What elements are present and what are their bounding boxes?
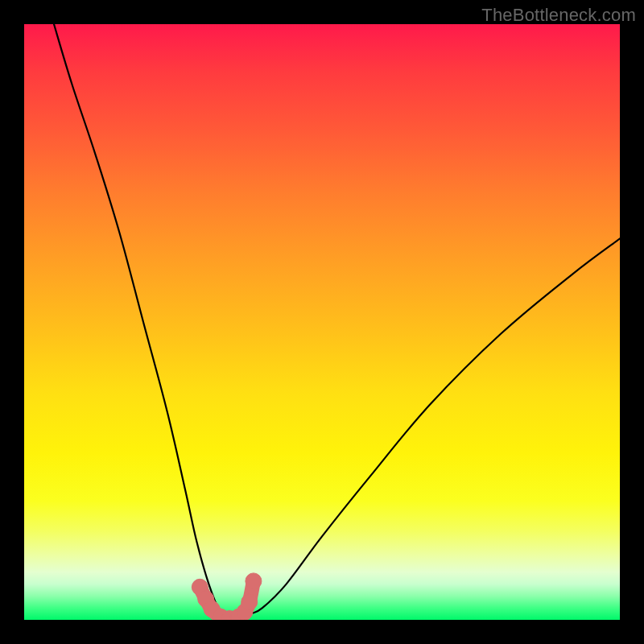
watermark-text: TheBottleneck.com	[481, 5, 636, 26]
marker-dot	[246, 573, 262, 589]
optimal-zone-markers	[192, 573, 262, 620]
bottleneck-curve	[54, 24, 620, 620]
chart-frame: TheBottleneck.com	[0, 0, 644, 644]
marker-dot	[242, 594, 258, 610]
plot-area	[24, 24, 620, 620]
chart-svg	[24, 24, 620, 620]
